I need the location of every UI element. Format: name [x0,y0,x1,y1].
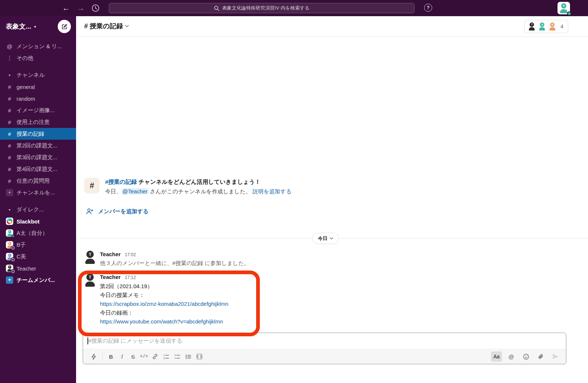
add-description-link[interactable]: 説明を追加する [252,188,291,194]
sidebar-channel[interactable]: #イメージ画像... [0,104,76,116]
dm-label: Slackbot [17,218,40,225]
message-author[interactable]: Teacher [100,251,121,257]
message-link-line: https://scrapbox.io/zmz-komaba2021/abcde… [100,300,228,308]
person-add-icon [86,208,94,215]
channel-members-button[interactable]: TAB 4 [524,20,568,33]
ordered-list-button[interactable]: 12 [161,351,172,362]
sidebar-section-dms[interactable]: ▾ ダイレク... [0,204,76,215]
composer-toolbar: B I S </> 12 [83,349,566,364]
link-button[interactable] [150,351,161,362]
add-member-button[interactable]: メンバーを追加する [86,208,148,215]
code-block-button[interactable] [194,351,205,362]
bulleted-list-button[interactable] [172,351,183,362]
svg-text:1: 1 [164,354,165,357]
search-input[interactable]: 表象文化論特殊研究演習IV 内を検索する [109,3,415,13]
sidebar-dm[interactable]: Slackbot [0,215,76,227]
attachment-paperclip-icon[interactable] [535,351,546,362]
sidebar-item-at[interactable]: @メンション & リ... [0,40,76,52]
channel-title-button[interactable]: # 授業の記録 [84,22,129,31]
channel-label: 第2回の課題文... [17,142,57,149]
history-clock-icon[interactable] [92,4,100,12]
channel-intro: # #授業の記録 チャンネルをどんどん活用していきましょう！ 今日、@Teach… [84,178,291,196]
channel-title: # 授業の記録 [84,22,123,31]
message-composer: #授業の記録 にメッセージを送信する B I S </> 12 [83,333,566,364]
shortcuts-lightning-icon[interactable] [88,351,99,362]
sidebar-dm[interactable]: BB子 [0,239,76,251]
channel-link[interactable]: #授業の記録 [172,260,203,266]
sidebar-channel[interactable]: #random [0,93,76,104]
chevron-down-icon: ▾ [6,73,13,77]
avatar[interactable]: T [83,273,97,287]
sidebar-channel[interactable]: #第3回の課題文... [0,151,76,163]
sidebar-add-channel[interactable]: + チャンネルを... [0,187,76,198]
toolbar-divider [102,352,103,361]
sidebar-dm[interactable]: TTeacher [0,262,76,274]
sidebar-channel[interactable]: #general [0,81,76,93]
hash-icon: # [6,143,13,149]
hash-icon: # [6,166,13,172]
sidebar-channel[interactable]: #第2回の課題文... [0,140,76,151]
dots-icon: ⋮ [6,55,13,61]
channel-label: random [17,96,35,102]
search-icon [214,6,219,11]
blockquote-button[interactable] [183,351,194,362]
sidebar-channel[interactable]: #授業の記録 [0,128,76,140]
italic-button[interactable]: I [116,351,128,362]
send-button[interactable] [550,351,561,362]
compose-button[interactable] [58,20,71,33]
join-message-text: 他３人のメンバーと一緒に、#授業の記録 に参加しました。 [100,259,250,267]
member-avatar: T [528,22,536,31]
compose-icon [61,24,68,30]
avatar[interactable]: T [83,251,97,265]
emoji-button[interactable] [520,351,531,362]
strikethrough-button[interactable]: S [128,351,139,362]
avatar-body [560,9,567,13]
message-timestamp[interactable]: 17:02 [125,252,136,257]
history-back-button[interactable]: ← [61,3,72,14]
history-forward-button[interactable]: → [75,3,86,14]
workspace-switcher[interactable]: 表象文... ▾ [0,16,76,37]
user-avatar[interactable]: A [557,2,570,14]
member-avatar: B [548,22,556,31]
bold-button[interactable]: B [105,351,116,362]
sidebar-channel[interactable]: #任意の質問用 [0,175,76,187]
sidebar-channel[interactable]: #使用上の注意 [0,116,76,128]
message-text-line: 第2回（2021.04.19） [100,282,228,291]
plus-icon: + [6,189,13,196]
intro-title: #授業の記録 チャンネルをどんどん活用していきましょう！ [105,178,291,186]
formatting-toggle-button[interactable]: Aa [491,351,502,362]
text-caret [87,337,88,344]
sidebar-dm[interactable]: CC美 [0,251,76,262]
top-bar: ← → 表象文化論特殊研究演習IV 内を検索する ? A [0,0,588,16]
dm-avatar: B [6,241,13,248]
sidebar-add-teammates[interactable]: + チームメンバ... [0,274,76,286]
message-timestamp[interactable]: 17:12 [125,275,136,280]
message-author[interactable]: Teacher [100,274,121,280]
dm-label: B子 [17,241,26,248]
mention-button[interactable]: @ [506,351,517,362]
dm-avatar: C [6,253,13,260]
avatar-letter: A [561,3,566,8]
code-button[interactable]: </> [139,351,150,362]
channel-label: イメージ画像... [17,107,55,114]
presence-dot [11,235,15,238]
message-input[interactable]: #授業の記録 にメッセージを送信する [83,333,566,349]
message-text-line: 今日の授業メモ： [100,291,228,300]
hash-icon: # [6,131,13,137]
mention-teacher[interactable]: @Teacher [122,188,148,194]
channel-label: 使用上の注意 [17,119,50,126]
channel-label: general [17,84,35,90]
sidebar-dm[interactable]: AA太（自分） [0,227,76,239]
chevron-down-icon [330,237,333,240]
date-divider-pill[interactable]: 今日 [312,233,339,244]
message-link[interactable]: https://scrapbox.io/zmz-komaba2021/abcde… [100,300,228,308]
composer-placeholder: #授業の記録 にメッセージを送信する [89,337,183,344]
sidebar-channel[interactable]: #第4回の課題文... [0,163,76,175]
sidebar-item-dots[interactable]: ⋮その他 [0,52,76,64]
message-link[interactable]: https://www.youtube.com/watch?v=abcdefgh… [100,317,223,326]
intro-channel-link[interactable]: #授業の記録 [105,179,137,185]
channel-label: 授業の記録 [17,130,44,137]
chevron-down-icon: ▾ [34,25,36,29]
sidebar-section-channels[interactable]: ▾ チャンネル [0,69,76,81]
help-icon[interactable]: ? [424,4,432,12]
